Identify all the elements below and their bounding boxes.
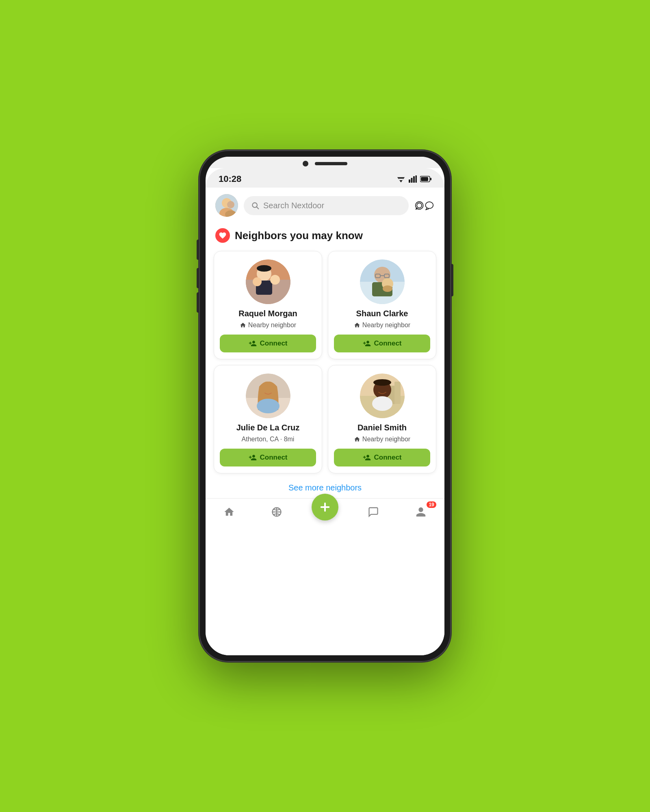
neighbor-card-daniel: Daniel Smith Nearby neighbor Connect (328, 365, 436, 473)
svg-point-13 (227, 201, 234, 208)
user-avatar-image (215, 194, 238, 217)
post-nav-icon (318, 501, 332, 514)
svg-rect-5 (413, 176, 415, 183)
connect-button-raquel[interactable]: Connect (220, 335, 316, 352)
chat-button[interactable] (414, 195, 435, 216)
svg-rect-4 (411, 178, 413, 183)
neighbor-card-shaun: Shaun Clarke Nearby neighbor Connect (328, 251, 436, 359)
julie-name: Julie De La Cruz (236, 423, 300, 432)
connect-icon-raquel (249, 339, 257, 348)
connect-button-julie[interactable]: Connect (220, 449, 316, 466)
svg-point-46 (373, 379, 391, 386)
app-content: Search Nextdoor (206, 188, 444, 655)
profile-badge: 19 (427, 501, 436, 508)
avatar-shaun (360, 259, 405, 304)
activity-nav-icon (368, 506, 379, 518)
neighbor-card-julie: Julie De La Cruz Atherton, CA · 8mi Conn… (214, 365, 322, 473)
shaun-location-text: Nearby neighbor (362, 322, 410, 329)
home-icon-raquel (240, 322, 246, 328)
section-header: Neighbors you may know (206, 222, 444, 248)
notch-bar (206, 157, 444, 168)
avatar-raquel (246, 259, 290, 304)
svg-point-25 (253, 277, 262, 286)
home-nav-icon (223, 506, 235, 518)
status-bar: 10:28 (206, 168, 444, 188)
connect-icon-daniel (363, 454, 371, 462)
avatar-julie (246, 374, 290, 418)
svg-point-39 (257, 399, 280, 413)
home-icon-daniel (354, 436, 360, 443)
search-icon (251, 201, 259, 209)
status-time: 10:28 (219, 174, 241, 184)
svg-rect-6 (416, 175, 417, 183)
daniel-location-text: Nearby neighbor (362, 436, 410, 443)
raquel-location: Nearby neighbor (240, 322, 296, 329)
shaun-avatar-svg (360, 259, 405, 304)
wifi-icon (396, 175, 405, 183)
heart-svg (219, 231, 227, 240)
svg-rect-43 (394, 382, 401, 404)
signal-icon (409, 175, 417, 183)
nav-item-profile[interactable]: 19 (409, 504, 433, 520)
shaun-name: Shaun Clarke (356, 309, 408, 318)
speaker-bar (315, 162, 347, 165)
phone-device: 10:28 (199, 150, 451, 662)
svg-rect-3 (409, 179, 410, 183)
connect-button-daniel[interactable]: Connect (334, 449, 430, 466)
user-avatar-svg (215, 194, 238, 217)
svg-point-45 (372, 396, 392, 411)
svg-marker-2 (399, 180, 402, 183)
connect-icon-shaun (363, 339, 371, 348)
chat-bubble-icon (414, 198, 424, 213)
svg-point-35 (383, 285, 392, 292)
search-bar[interactable]: Search Nextdoor (244, 196, 409, 215)
svg-point-26 (257, 265, 271, 272)
daniel-avatar-svg (360, 374, 405, 418)
svg-line-16 (257, 207, 259, 209)
raquel-avatar-svg (246, 259, 290, 304)
top-bar: Search Nextdoor (206, 188, 444, 222)
julie-avatar-svg (246, 374, 290, 418)
daniel-name: Daniel Smith (358, 423, 407, 432)
heart-icon (215, 228, 230, 243)
profile-nav-icon (415, 506, 427, 518)
shaun-location: Nearby neighbor (354, 322, 410, 329)
avatar-daniel (360, 374, 405, 418)
julie-location-text: Atherton, CA · 8mi (242, 436, 295, 443)
camera-dot (303, 161, 308, 166)
daniel-location: Nearby neighbor (354, 436, 410, 443)
see-more-link[interactable]: See more neighbors (288, 483, 362, 492)
julie-connect-label: Connect (260, 454, 288, 462)
raquel-location-text: Nearby neighbor (248, 322, 296, 329)
nav-item-post[interactable] (312, 494, 338, 520)
battery-icon (420, 176, 431, 182)
phone-shell: 10:28 (199, 150, 451, 662)
search-placeholder: Search Nextdoor (263, 201, 324, 210)
shaun-connect-label: Connect (374, 339, 402, 348)
raquel-name: Raquel Morgan (238, 309, 297, 318)
svg-rect-9 (421, 177, 428, 181)
nav-item-home[interactable] (217, 504, 241, 520)
svg-rect-8 (430, 178, 431, 180)
julie-location: Atherton, CA · 8mi (242, 436, 295, 443)
svg-point-18 (417, 203, 422, 208)
neighbors-grid: Raquel Morgan Nearby neighbor Connect (206, 248, 444, 480)
svg-point-19 (426, 202, 433, 208)
daniel-connect-label: Connect (374, 454, 402, 462)
user-avatar[interactable] (215, 194, 238, 217)
news-nav-icon (271, 506, 282, 518)
phone-screen: 10:28 (206, 157, 444, 655)
raquel-connect-label: Connect (260, 339, 288, 348)
connect-button-shaun[interactable]: Connect (334, 335, 430, 352)
section-title: Neighbors you may know (235, 229, 363, 242)
neighbor-card-raquel: Raquel Morgan Nearby neighbor Connect (214, 251, 322, 359)
chat-icon-simple (424, 198, 435, 213)
connect-icon-julie (249, 454, 257, 462)
status-icons (396, 175, 431, 183)
nav-item-activity[interactable] (361, 504, 386, 520)
home-icon-shaun (354, 322, 360, 328)
svg-point-24 (270, 275, 280, 285)
bottom-nav: 19 (206, 498, 444, 524)
nav-item-news[interactable] (264, 504, 289, 520)
